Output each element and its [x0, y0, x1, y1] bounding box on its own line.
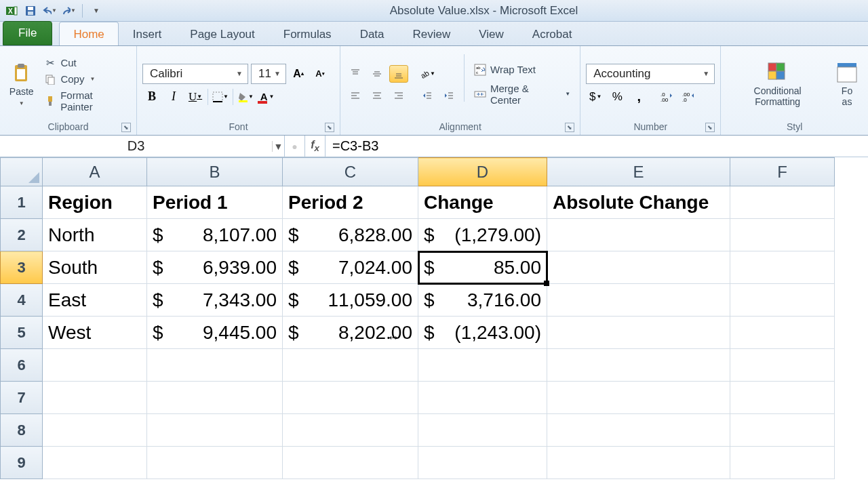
cell-E8[interactable] [547, 414, 730, 447]
decrease-decimal-button[interactable]: .00.0 [679, 88, 698, 106]
cell-C5[interactable]: $8,202.00 [283, 317, 418, 349]
cell-F1[interactable] [730, 186, 835, 219]
column-header-C[interactable]: C [283, 158, 418, 186]
name-box-input[interactable] [0, 137, 272, 155]
paste-button[interactable]: Paste ▼ [5, 49, 37, 120]
cell-E9[interactable] [547, 447, 730, 479]
undo-icon[interactable]: ▼ [42, 3, 57, 18]
save-icon[interactable] [23, 3, 38, 18]
cell-B7[interactable] [147, 382, 283, 414]
cell-F8[interactable] [730, 414, 835, 447]
number-launcher-icon[interactable]: ⬊ [705, 123, 715, 132]
merge-center-button[interactable]: Merge & Center▼ [470, 81, 574, 107]
tab-page-layout[interactable]: Page Layout [176, 22, 269, 45]
row-header-5[interactable]: 5 [1, 317, 43, 349]
orientation-button[interactable]: ab▼ [418, 65, 437, 83]
align-right-button[interactable] [389, 87, 408, 104]
row-header-1[interactable]: 1 [1, 186, 43, 219]
cell-D6[interactable] [418, 349, 547, 382]
cell-C3[interactable]: $7,024.00 [283, 251, 418, 284]
align-middle-button[interactable] [368, 65, 387, 83]
percent-button[interactable]: % [608, 88, 627, 106]
alignment-launcher-icon[interactable]: ⬊ [565, 123, 574, 132]
name-box[interactable]: ▼ [0, 136, 285, 157]
borders-button[interactable]: ▼ [211, 88, 230, 106]
tab-home[interactable]: Home [59, 22, 118, 45]
cell-C1[interactable]: Period 2 [283, 186, 418, 219]
row-header-4[interactable]: 4 [1, 284, 43, 317]
formula-input[interactable]: =C3-B3 [326, 136, 868, 157]
cell-B9[interactable] [147, 447, 283, 479]
cell-B5[interactable]: $9,445.00 [147, 317, 283, 349]
tab-view[interactable]: View [465, 22, 518, 45]
cut-button[interactable]: ✂Cut [40, 56, 131, 70]
cell-A2[interactable]: North [43, 219, 147, 251]
cell-A6[interactable] [43, 349, 147, 382]
qat-customize-icon[interactable]: ▼ [89, 3, 104, 18]
cell-D3[interactable]: $85.00 [418, 251, 547, 284]
cell-A7[interactable] [43, 382, 147, 414]
column-header-B[interactable]: B [147, 158, 283, 186]
cell-D2[interactable]: $(1,279.00) [418, 219, 547, 251]
name-box-dropdown-icon[interactable]: ▼ [272, 141, 284, 152]
cell-D5[interactable]: $(1,243.00) [418, 317, 547, 349]
font-size-dropdown[interactable]: 11▼ [251, 64, 286, 84]
row-header-9[interactable]: 9 [1, 447, 43, 479]
align-top-button[interactable] [346, 65, 365, 83]
wrap-text-button[interactable]: abcWrap Text [470, 62, 574, 77]
italic-button[interactable]: I [164, 88, 183, 106]
cell-B3[interactable]: $6,939.00 [147, 251, 283, 284]
cell-A1[interactable]: Region [43, 186, 147, 219]
cell-B1[interactable]: Period 1 [147, 186, 283, 219]
column-header-E[interactable]: E [547, 158, 730, 186]
increase-indent-button[interactable] [439, 87, 458, 104]
cell-C4[interactable]: $11,059.00 [283, 284, 418, 317]
row-header-7[interactable]: 7 [1, 382, 43, 414]
tab-insert[interactable]: Insert [119, 22, 176, 45]
cell-C9[interactable] [283, 447, 418, 479]
cell-C6[interactable] [283, 349, 418, 382]
row-header-3[interactable]: 3 [1, 251, 43, 284]
font-launcher-icon[interactable]: ⬊ [325, 123, 334, 132]
cell-A5[interactable]: West [43, 317, 147, 349]
redo-icon[interactable]: ▼ [61, 3, 76, 18]
select-all-corner[interactable] [1, 158, 43, 186]
number-format-dropdown[interactable]: Accounting▼ [586, 64, 715, 84]
cell-B6[interactable] [147, 349, 283, 382]
tab-file[interactable]: File [3, 21, 52, 45]
align-center-button[interactable] [368, 87, 387, 104]
increase-decimal-button[interactable]: .0.00 [658, 88, 677, 106]
cell-D7[interactable] [418, 382, 547, 414]
underline-button[interactable]: U▼ [186, 88, 205, 106]
cell-C8[interactable] [283, 414, 418, 447]
cell-E7[interactable] [547, 382, 730, 414]
cell-C2[interactable]: $6,828.00 [283, 219, 418, 251]
cell-A9[interactable] [43, 447, 147, 479]
excel-icon[interactable]: X [4, 3, 19, 18]
align-left-button[interactable] [346, 87, 365, 104]
column-header-A[interactable]: A [43, 158, 147, 186]
cell-E2[interactable] [547, 219, 730, 251]
tab-formulas[interactable]: Formulas [269, 22, 346, 45]
cell-F3[interactable] [730, 251, 835, 284]
row-header-6[interactable]: 6 [1, 349, 43, 382]
cell-C7[interactable] [283, 382, 418, 414]
copy-button[interactable]: Copy▼ [40, 72, 131, 87]
cell-D8[interactable] [418, 414, 547, 447]
cell-E3[interactable] [547, 251, 730, 284]
row-header-2[interactable]: 2 [1, 219, 43, 251]
shrink-font-button[interactable]: A▾ [311, 65, 330, 83]
tab-acrobat[interactable]: Acrobat [518, 22, 587, 45]
cell-E1[interactable]: Absolute Change [547, 186, 730, 219]
font-color-button[interactable]: A▼ [258, 88, 277, 106]
cell-F9[interactable] [730, 447, 835, 479]
accounting-format-button[interactable]: $▼ [586, 88, 605, 106]
cell-F6[interactable] [730, 349, 835, 382]
cell-B4[interactable]: $7,343.00 [147, 284, 283, 317]
column-header-F[interactable]: F [730, 158, 835, 186]
cell-A8[interactable] [43, 414, 147, 447]
row-header-8[interactable]: 8 [1, 414, 43, 447]
column-header-D[interactable]: D [418, 158, 547, 186]
tab-data[interactable]: Data [346, 22, 399, 45]
cell-A3[interactable]: South [43, 251, 147, 284]
